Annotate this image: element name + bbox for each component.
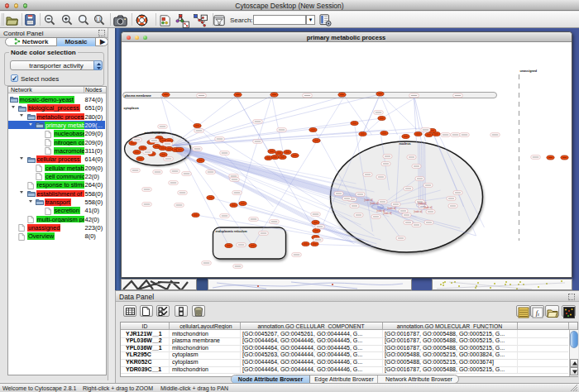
svg-text:1:1: 1:1 (96, 17, 102, 22)
svg-text:cytoplasm: cytoplasm (123, 107, 139, 110)
svg-text:mitochondrion: mitochondrion (144, 131, 166, 135)
svg-text:nucleus: nucleus (399, 142, 410, 146)
svg-text:unassigned: unassigned (519, 69, 537, 73)
svg-text:plasma membrane: plasma membrane (124, 94, 151, 98)
svg-text:fₓ: fₓ (535, 309, 539, 317)
